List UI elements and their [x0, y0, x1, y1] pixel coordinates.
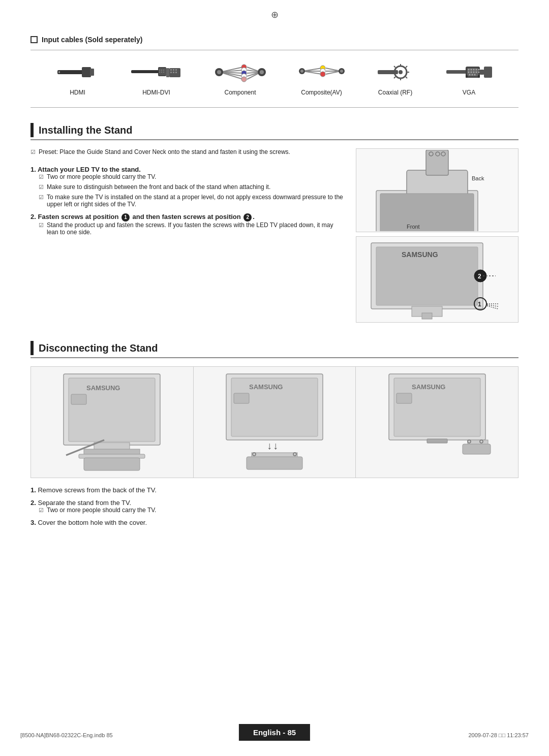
svg-point-79 [474, 74, 475, 76]
svg-point-72 [468, 72, 469, 73]
svg-rect-132 [463, 444, 491, 454]
step-2-number: 2. Fasten screws at position 1 and then … [30, 213, 346, 222]
cable-label-vga: VGA [463, 89, 475, 96]
step-1-content: ☑ Two or more people should carry the TV… [39, 173, 346, 208]
svg-point-32 [241, 77, 247, 82]
svg-point-55 [399, 70, 403, 74]
footer-left: [8500-NA]BN68-02322C-Eng.indb 85 [20, 732, 113, 738]
hdmi-dvi-icon [131, 59, 182, 85]
svg-rect-64 [446, 70, 467, 74]
svg-point-71 [478, 69, 479, 71]
note-icon-3: ☑ [39, 194, 44, 208]
step-2-note-1: ☑ Stand the product up and fasten the sc… [39, 222, 346, 236]
svg-rect-7 [159, 70, 160, 71]
svg-rect-16 [173, 69, 174, 71]
cable-item-hdmi: HDMI [57, 59, 98, 96]
svg-rect-3 [58, 71, 60, 73]
svg-rect-10 [159, 72, 160, 73]
disconnect-step-2-number: 2. [30, 499, 36, 507]
hdmi-icon [57, 59, 98, 85]
disconnect-step-2-content: ☑ Two or more people should carry the TV… [39, 507, 518, 514]
installing-stand-header: Installing the Stand [30, 123, 518, 137]
disconnect-step-3: 3. Cover the bottom hole with the cover. [30, 519, 518, 526]
svg-point-44 [300, 70, 303, 73]
section-divider [30, 139, 518, 140]
svg-point-76 [478, 72, 479, 73]
disconnect-step-1: 1. Remove screws from the back of the TV… [30, 486, 518, 494]
svg-rect-18 [170, 72, 172, 73]
step-1-note-2-text: Make sure to distinguish between the fro… [47, 183, 270, 191]
svg-rect-17 [175, 69, 177, 71]
svg-text:SAMSUNG: SAMSUNG [86, 384, 120, 392]
svg-rect-81 [466, 75, 468, 78]
stand-diagram-bottom: SAMSUNG 2 1 [356, 236, 518, 323]
cable-item-composite: Composite(AV) [299, 59, 345, 96]
svg-point-47 [320, 72, 325, 77]
svg-text:Front: Front [407, 224, 420, 230]
svg-point-39 [260, 70, 264, 74]
svg-line-104 [487, 305, 498, 306]
svg-text:2: 2 [478, 273, 481, 280]
footer-page-number: English - 85 [239, 724, 310, 741]
step-2: 2. Fasten screws at position 1 and then … [30, 213, 346, 236]
svg-rect-123 [247, 457, 302, 469]
svg-point-27 [217, 70, 221, 74]
note-icon-4: ☑ [39, 222, 44, 236]
cable-label-hdmi-dvi: HDMI-DVI [142, 89, 170, 96]
cable-label-component: Component [224, 89, 256, 96]
svg-rect-115 [84, 458, 140, 470]
svg-rect-15 [170, 69, 172, 71]
step-1-note-1: ☑ Two or more people should carry the TV… [39, 173, 346, 180]
svg-rect-119 [234, 393, 249, 403]
cable-item-coaxial: Coaxial (RF) [378, 59, 413, 96]
disconnect-step-1-text: Remove screws from the back of the TV. [38, 486, 156, 494]
svg-point-77 [469, 74, 470, 76]
steps-container: 1. Attach your LED TV to the stand. ☑ Tw… [30, 166, 346, 236]
installing-stand-title: Installing the Stand [39, 124, 132, 136]
installing-images: Back Front SAMSUNG [356, 148, 518, 327]
cable-label-hdmi: HDMI [70, 89, 85, 96]
svg-rect-80 [480, 70, 484, 75]
svg-point-67 [468, 69, 469, 71]
svg-rect-83 [484, 67, 492, 78]
svg-rect-11 [161, 72, 162, 73]
disconnect-step-3-number: 3. [30, 519, 36, 526]
disconnecting-svg-1: SAMSUNG [53, 369, 170, 476]
svg-rect-109 [71, 394, 86, 404]
checkbox-icon [30, 36, 38, 43]
svg-rect-9 [163, 70, 164, 71]
svg-text:↓: ↓ [267, 440, 272, 451]
step-1-note-3-text: To make sure the TV is installed on the … [47, 194, 346, 208]
input-cables-label: Input cables (Sold seperately) [42, 36, 142, 44]
installing-stand-section: Installing the Stand ☑ Preset: Place the… [30, 123, 518, 327]
svg-point-74 [473, 72, 474, 73]
stand-bottom-svg: SAMSUNG 2 1 [361, 238, 513, 322]
svg-point-70 [475, 69, 477, 71]
disconnecting-stand-section: Disconnecting the Stand SAMSUNG [30, 341, 518, 526]
disconnect-step-2-text: Separate the stand from the TV. [38, 499, 131, 507]
disconnecting-stand-header: Disconnecting the Stand [30, 341, 518, 355]
stand-diagram-top: Back Front [356, 148, 518, 232]
svg-rect-87 [380, 194, 474, 231]
svg-rect-13 [166, 68, 169, 77]
step-2-note-1-text: Stand the product up and fasten the scre… [47, 222, 346, 236]
disconnecting-img-1: SAMSUNG [31, 367, 194, 478]
disconnecting-stand-title: Disconnecting the Stand [39, 342, 158, 354]
disconnecting-svg-3: SAMSUNG [379, 369, 496, 476]
vga-icon [446, 59, 492, 85]
disconnect-step-2-note-text: Two or more people should carry the TV. [47, 507, 156, 514]
cable-item-hdmi-dvi: HDMI-DVI [131, 59, 182, 96]
step-2-content: ☑ Stand the product up and fasten the sc… [39, 222, 346, 236]
step-1-note-1-text: Two or more people should carry the TV. [47, 173, 156, 180]
svg-point-69 [473, 69, 474, 71]
svg-point-52 [340, 70, 343, 73]
footer-right: 2009-07-28 □□ 11:23:57 [469, 732, 529, 738]
top-crosshair-icon: ⊕ [271, 9, 279, 20]
stand-top-svg: Back Front [361, 150, 513, 231]
step-1-note-2: ☑ Make sure to distinguish between the f… [39, 183, 346, 191]
preset-note-text: Preset: Place the Guide Stand and Cover … [39, 148, 290, 155]
svg-line-61 [394, 77, 395, 78]
section-bar [30, 123, 34, 137]
svg-point-78 [471, 74, 473, 76]
svg-text:Back: Back [472, 175, 484, 181]
